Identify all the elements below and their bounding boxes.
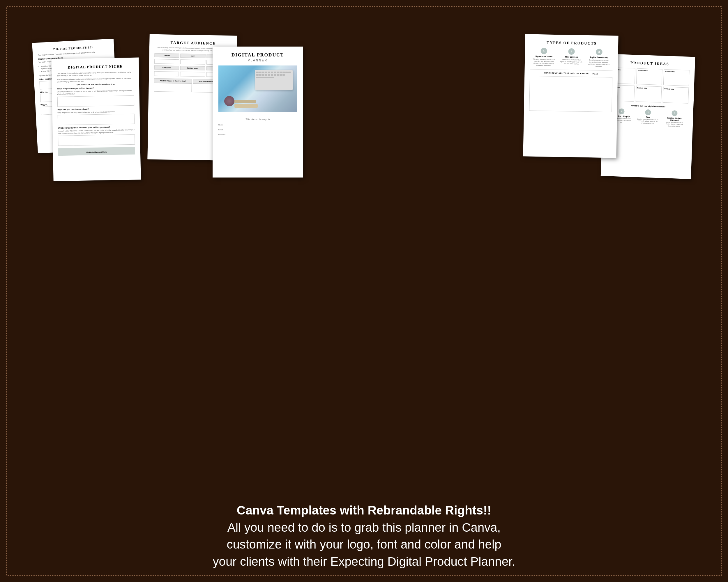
- page2-title: DIGITAL PRODUCT NICHE: [57, 64, 134, 70]
- page5-type2-desc: Mini courses are shorter than signature …: [560, 58, 583, 65]
- page4-email-row: Email: [218, 129, 297, 132]
- page2-q3sub: It doesn't matter that you're a skilled …: [58, 128, 135, 134]
- page5-type1-num: 1: [541, 48, 547, 54]
- page4-belongs: This planner belongs to: [218, 118, 297, 120]
- page3-age-input[interactable]: [180, 59, 205, 64]
- page3-freetime-block: What do they do in their free time?: [154, 78, 192, 92]
- page5-type3-name: Digital Downloads: [587, 56, 610, 58]
- page-types-of-products: TYPES OF PRODUCTS 1 Signature Course Thi…: [523, 34, 618, 158]
- page6-sell2-desc: Etsy is a great place to start if you're…: [637, 118, 659, 124]
- bottom-text-area: Canva Templates with Rebrandable Rights!…: [18, 502, 710, 570]
- page2-q1sub: What do your friends + family know you a…: [57, 89, 134, 95]
- page6-sell3-num: 3: [672, 110, 678, 116]
- page2-q2sub: What things make you jump out of bed exc…: [58, 110, 134, 114]
- page2-footer-label: My Digital Product Niche: [86, 151, 107, 154]
- page6-sell3: 3 Creative Market / Gumroad Another grea…: [664, 110, 686, 128]
- page6-idea6[interactable]: Product Idea: [663, 87, 689, 104]
- page3-education-label: Education: [154, 65, 179, 70]
- page2-overlap-input[interactable]: [58, 134, 135, 146]
- page6-sell3-name: Creative Market / Gumroad: [664, 117, 685, 122]
- page6-sell1-num: 1: [619, 108, 625, 114]
- page2-footer: My Digital Product Niche: [58, 147, 135, 156]
- page4-email-label: Email: [218, 129, 230, 131]
- bottom-line4: your clients with their Expecting Digita…: [18, 553, 710, 570]
- page2-skills-input[interactable]: [57, 95, 134, 107]
- page6-idea5[interactable]: Product Idea: [636, 86, 662, 103]
- bottom-line1: Canva Templates with Rebrandable Rights!…: [18, 502, 710, 519]
- page6-sell2: 2 Etsy Etsy is a great place to start if…: [636, 109, 659, 127]
- page5-type3-num: 3: [596, 49, 602, 55]
- page3-income-label: Income Level: [180, 66, 205, 70]
- page6-sell3-desc: Another great option to sell at Creative…: [664, 121, 685, 128]
- keyboard-shape: [255, 70, 293, 90]
- page5-divider: [530, 69, 613, 71]
- bottom-line2: All you need to do is to grab this plann…: [18, 519, 710, 536]
- page-digital-product-planner: DIGITAL PRODUCT PLANNER: [213, 47, 303, 177]
- pencil2: [234, 100, 256, 103]
- page6-ideas-bottom: Product Idea Product Idea Product Idea: [608, 85, 689, 104]
- page6-idea3[interactable]: Product Idea: [664, 69, 690, 86]
- page6-title: PRODUCT IDEAS: [610, 60, 690, 67]
- page4-business-row: Business: [218, 134, 297, 137]
- page5-type2-num: 2: [568, 48, 575, 55]
- page3-title: TARGET AUDIENCE: [155, 40, 232, 46]
- page6-idea6-label: Product Idea: [664, 88, 687, 90]
- flower-decoration: [224, 96, 234, 106]
- page2-highlight: I want you to LOVE what you choose to fo…: [57, 83, 134, 86]
- page2-motivation: That winning combination is what's going…: [57, 77, 134, 83]
- page4-cover-image: [218, 65, 297, 112]
- page4-subtitle: PLANNER: [218, 59, 297, 62]
- page5-brain-dump: BRAIN DUMP ALL YOUR DIGITAL PRODUCT IDEA…: [530, 72, 613, 75]
- page3-freetime-input[interactable]: [154, 83, 192, 92]
- page2-intro: Let's start the digital product creation…: [57, 71, 134, 77]
- pages-area: DIGITAL PRODUCTS 101 First thing you mus…: [18, 18, 710, 471]
- page-digital-product-niche: DIGITAL PRODUCT NICHE Let's start the di…: [51, 57, 141, 181]
- page6-idea2[interactable]: Product Idea: [636, 68, 662, 85]
- page5-brain-dump-area[interactable]: [529, 76, 613, 112]
- page4-title: DIGITAL PRODUCT: [218, 52, 297, 58]
- page5-title: TYPES OF PRODUCTS: [530, 40, 613, 46]
- page6-sell2-num: 2: [645, 109, 651, 115]
- page3-income-input[interactable]: [180, 72, 205, 77]
- page6-idea5-label: Product Idea: [637, 87, 660, 90]
- page3-gender-input[interactable]: [154, 59, 179, 64]
- page5-type2-name: Mini Courses: [560, 56, 583, 58]
- page6-ideas-top: Product Idea Product Idea Product Idea: [609, 67, 690, 86]
- page5-type1: 1 Signature Course This types of courses…: [532, 48, 555, 67]
- pencil1: [234, 104, 258, 108]
- page5-type3: 3 Digital Downloads These include eBooks…: [587, 49, 610, 67]
- page5-type2: 2 Mini Courses Mini courses are shorter …: [560, 48, 583, 67]
- page6-sell2-name: Etsy: [637, 116, 659, 119]
- page6-sell-options: 1 Your Site / Shopify You can optimise y…: [608, 108, 688, 128]
- page3-age-label: Age: [181, 54, 206, 58]
- page6-where-to-sell: Where to sell your digital downloads?: [608, 104, 688, 109]
- page6-idea2-label: Product Idea: [638, 70, 661, 72]
- page6-idea3-label: Product Idea: [665, 71, 688, 73]
- page4-name-label: Name: [218, 124, 230, 126]
- page4-business-label: Business: [218, 134, 230, 136]
- page4-name-row: Name: [218, 124, 297, 127]
- page3-gender-label: Gender: [154, 53, 179, 58]
- spacer: [218, 115, 297, 118]
- page5-product-types: 1 Signature Course This types of courses…: [530, 48, 613, 68]
- page2-passion-input[interactable]: [58, 113, 135, 125]
- page3-education-input[interactable]: [154, 71, 179, 76]
- page5-type1-desc: This types of courses are the most expen…: [532, 58, 555, 67]
- page5-type3-desc: These include eBooks, Classic Canva down…: [587, 59, 610, 67]
- bottom-line3: customize it with your logo, font and co…: [18, 536, 710, 553]
- page5-type1-name: Signature Course: [532, 55, 555, 58]
